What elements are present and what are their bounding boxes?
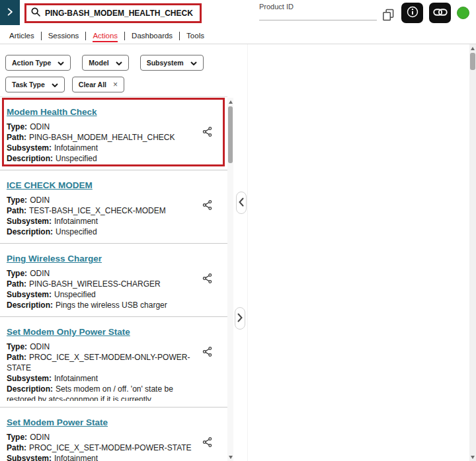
copy-button[interactable]	[380, 8, 396, 24]
link-button[interactable]	[429, 3, 451, 23]
tab-actions[interactable]: Actions	[86, 32, 125, 40]
page-scrollbar-thumb[interactable]	[470, 53, 475, 70]
result-path: Path:PROC_ICE_X_SET-MODEM-POWER-STATE	[7, 443, 194, 453]
result-title-link[interactable]: Set Modem Only Power State	[7, 327, 130, 337]
clear-icon: ×	[113, 80, 118, 89]
panel-divider	[247, 44, 248, 461]
result-description: Description:Pings the wireless USB charg…	[7, 300, 194, 310]
filter-row-1: Action Type Model Subsystem	[5, 55, 230, 71]
copy-icon	[382, 9, 395, 23]
chevron-down-icon	[116, 59, 122, 67]
filter-row-2: Task Type Clear All ×	[5, 77, 230, 92]
clear-all-button[interactable]: Clear All ×	[72, 77, 124, 92]
scroll-down-icon[interactable]	[469, 454, 476, 460]
share-icon	[202, 129, 213, 139]
result-path: Path:PING-BASH_MODEM_HEALTH_CHECK	[7, 132, 194, 143]
tab-articles[interactable]: Articles	[3, 32, 42, 40]
model-dropdown[interactable]: Model	[82, 55, 128, 71]
search-icon	[30, 7, 41, 20]
result-path: Path:PROC_ICE_X_SET-MODEM-ONLY-POWER-STA…	[7, 352, 194, 373]
result-subsystem: Subsystem:Infotainment	[7, 373, 194, 384]
info-button[interactable]	[401, 3, 423, 23]
result-title-link[interactable]: Modem Health Check	[7, 107, 97, 117]
expand-panel-button[interactable]	[235, 307, 245, 330]
result-path: Path:TEST-BASH_ICE_X_CHECK-MODEM	[7, 205, 194, 216]
share-button[interactable]	[202, 126, 213, 139]
result-type: Type:ODIN	[7, 432, 194, 443]
sidebar-toggle-button[interactable]	[0, 0, 20, 25]
result-subsystem: Subsystem:Infotainment	[7, 216, 194, 227]
share-icon	[202, 349, 213, 359]
chevron-down-icon	[52, 81, 58, 89]
chevron-left-icon	[239, 197, 244, 209]
list-scrollbar[interactable]	[227, 98, 233, 461]
search-input[interactable]	[45, 9, 196, 18]
chevron-down-icon	[58, 59, 64, 67]
share-button[interactable]	[202, 199, 213, 213]
result-subsystem: Subsystem:Infotainment	[7, 143, 194, 153]
result-title-link[interactable]: Set Modem Power State	[7, 417, 108, 427]
chevron-right-icon	[237, 313, 243, 324]
tab-sessions[interactable]: Sessions	[42, 32, 87, 40]
result-item[interactable]: Set Modem Only Power State Type:ODIN Pat…	[0, 317, 227, 408]
search-box[interactable]	[24, 3, 202, 23]
result-description: Description:Unspecified	[7, 153, 194, 164]
tab-dashboards[interactable]: Dashboards	[125, 32, 180, 40]
result-item[interactable]: Ping Wireless Charger Type:ODIN Path:PIN…	[0, 244, 227, 317]
chevron-right-icon	[5, 7, 15, 18]
scroll-down-icon[interactable]	[227, 454, 233, 460]
result-subsystem: Subsystem:Infotainment	[7, 453, 194, 461]
share-icon	[202, 203, 213, 213]
share-button[interactable]	[202, 437, 213, 450]
task-type-dropdown[interactable]: Task Type	[5, 77, 65, 92]
results-list: Modem Health Check Type:ODIN Path:PING-B…	[0, 96, 227, 461]
result-title-link[interactable]: ICE CHECK MODEM	[7, 180, 93, 190]
result-subsystem: Subsystem:Unspecified	[7, 289, 194, 300]
result-path: Path:PING-BASH_WIRELESS-CHARGER	[7, 279, 194, 289]
share-icon	[202, 440, 213, 450]
result-type: Type:ODIN	[7, 341, 194, 352]
header-divider	[0, 44, 476, 44]
result-description: Description:Unspecified	[7, 227, 194, 237]
link-icon	[433, 8, 448, 18]
result-item[interactable]: ICE CHECK MODEM Type:ODIN Path:TEST-BASH…	[0, 170, 227, 244]
info-icon	[406, 5, 419, 20]
share-button[interactable]	[202, 273, 213, 286]
result-type: Type:ODIN	[7, 195, 194, 205]
chevron-down-icon	[190, 59, 197, 67]
status-indicator	[457, 7, 469, 19]
scroll-up-icon[interactable]	[469, 45, 476, 52]
result-title-link[interactable]: Ping Wireless Charger	[7, 254, 102, 264]
action-type-dropdown[interactable]: Action Type	[5, 55, 71, 71]
list-scrollbar-thumb[interactable]	[228, 106, 233, 163]
product-id-input[interactable]	[259, 9, 377, 20]
share-icon	[202, 276, 213, 286]
nav-tabs: Articles Sessions Actions Dashboards Too…	[3, 30, 211, 42]
share-button[interactable]	[202, 346, 213, 359]
subsystem-dropdown[interactable]: Subsystem	[140, 55, 204, 71]
tab-tools[interactable]: Tools	[180, 32, 211, 40]
result-item[interactable]: Modem Health Check Type:ODIN Path:PING-B…	[0, 97, 227, 170]
app-window: Product ID Articles Sessions Actions Das…	[0, 0, 476, 461]
page-scrollbar[interactable]	[469, 44, 476, 461]
scroll-up-icon[interactable]	[227, 98, 233, 105]
result-item[interactable]: Set Modem Power State Type:ODIN Path:PRO…	[0, 408, 227, 461]
result-description: Description:Sets modem on / off. 'on' st…	[7, 384, 194, 401]
collapse-panel-button[interactable]	[236, 192, 247, 214]
filter-bar: Action Type Model Subsystem Task Type Cl…	[5, 55, 230, 98]
result-type: Type:ODIN	[7, 122, 194, 132]
result-type: Type:ODIN	[7, 268, 194, 279]
